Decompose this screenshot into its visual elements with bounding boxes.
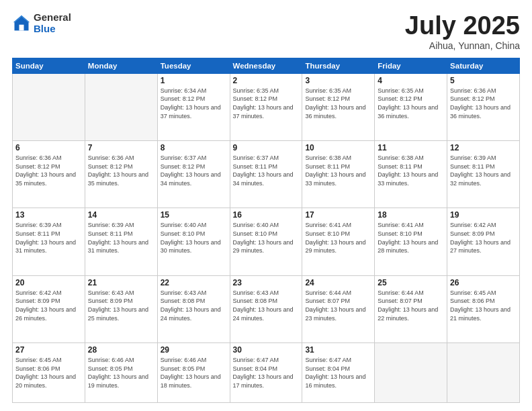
- day-detail: Sunrise: 6:47 AMSunset: 8:04 PMDaylight:…: [233, 356, 300, 390]
- day-detail: Sunrise: 6:35 AMSunset: 8:12 PMDaylight:…: [233, 87, 300, 120]
- day-detail: Sunrise: 6:43 AMSunset: 8:08 PMDaylight:…: [161, 289, 227, 322]
- day-number: 22: [161, 278, 227, 287]
- calendar-day-cell: 23Sunrise: 6:43 AMSunset: 8:08 PMDayligh…: [230, 275, 302, 342]
- day-number: 7: [88, 143, 154, 152]
- day-number: 29: [161, 345, 227, 355]
- title-block: July 2025 Aihua, Yunnan, China: [405, 12, 520, 51]
- calendar-day-cell: 20Sunrise: 6:42 AMSunset: 8:09 PMDayligh…: [13, 275, 85, 342]
- calendar-week-row: 27Sunrise: 6:45 AMSunset: 8:06 PMDayligh…: [13, 343, 520, 403]
- calendar-day-cell: 17Sunrise: 6:41 AMSunset: 8:10 PMDayligh…: [302, 208, 375, 275]
- day-detail: Sunrise: 6:35 AMSunset: 8:12 PMDaylight:…: [378, 87, 444, 120]
- svg-rect-2: [19, 24, 24, 30]
- calendar-week-row: 1Sunrise: 6:34 AMSunset: 8:12 PMDaylight…: [13, 73, 520, 140]
- calendar-day-cell: 27Sunrise: 6:45 AMSunset: 8:06 PMDayligh…: [13, 343, 85, 403]
- day-detail: Sunrise: 6:36 AMSunset: 8:12 PMDaylight:…: [15, 154, 82, 187]
- day-number: 31: [305, 345, 371, 355]
- calendar-day-cell: 5Sunrise: 6:36 AMSunset: 8:12 PMDaylight…: [447, 73, 520, 140]
- calendar-day-cell: 18Sunrise: 6:41 AMSunset: 8:10 PMDayligh…: [375, 208, 447, 275]
- calendar-day-cell: 28Sunrise: 6:46 AMSunset: 8:05 PMDayligh…: [85, 343, 157, 403]
- calendar-day-cell: 22Sunrise: 6:43 AMSunset: 8:08 PMDayligh…: [157, 275, 230, 342]
- weekday-header: Thursday: [302, 58, 375, 73]
- calendar-day-cell: [85, 73, 157, 140]
- day-number: 17: [305, 210, 371, 220]
- day-number: 24: [305, 278, 371, 287]
- day-number: 20: [15, 278, 82, 287]
- day-number: 16: [233, 210, 300, 220]
- day-detail: Sunrise: 6:39 AMSunset: 8:11 PMDaylight:…: [450, 154, 517, 187]
- day-number: 28: [88, 345, 154, 355]
- calendar-day-cell: 12Sunrise: 6:39 AMSunset: 8:11 PMDayligh…: [447, 141, 520, 208]
- day-detail: Sunrise: 6:40 AMSunset: 8:10 PMDaylight:…: [233, 221, 300, 255]
- day-detail: Sunrise: 6:46 AMSunset: 8:05 PMDaylight:…: [88, 356, 154, 390]
- day-number: 15: [161, 210, 227, 220]
- day-detail: Sunrise: 6:43 AMSunset: 8:09 PMDaylight:…: [88, 289, 154, 322]
- weekday-header: Friday: [375, 58, 447, 73]
- logo-icon: [12, 14, 31, 33]
- day-detail: Sunrise: 6:47 AMSunset: 8:04 PMDaylight:…: [305, 356, 371, 390]
- calendar-day-cell: [13, 73, 85, 140]
- calendar-week-row: 13Sunrise: 6:39 AMSunset: 8:11 PMDayligh…: [13, 208, 520, 275]
- day-number: 4: [378, 76, 444, 85]
- day-detail: Sunrise: 6:37 AMSunset: 8:12 PMDaylight:…: [161, 154, 227, 187]
- day-detail: Sunrise: 6:36 AMSunset: 8:12 PMDaylight:…: [88, 154, 154, 187]
- calendar-day-cell: 26Sunrise: 6:45 AMSunset: 8:06 PMDayligh…: [447, 275, 520, 342]
- day-detail: Sunrise: 6:36 AMSunset: 8:12 PMDaylight:…: [450, 87, 517, 120]
- calendar-day-cell: [447, 343, 520, 403]
- calendar-day-cell: 19Sunrise: 6:42 AMSunset: 8:09 PMDayligh…: [447, 208, 520, 275]
- page: General Blue July 2025 Aihua, Yunnan, Ch…: [0, 0, 532, 411]
- calendar-day-cell: 10Sunrise: 6:38 AMSunset: 8:11 PMDayligh…: [302, 141, 375, 208]
- day-number: 1: [161, 76, 227, 85]
- day-detail: Sunrise: 6:39 AMSunset: 8:11 PMDaylight:…: [15, 221, 82, 255]
- day-detail: Sunrise: 6:40 AMSunset: 8:10 PMDaylight:…: [161, 221, 227, 255]
- calendar-day-cell: 9Sunrise: 6:37 AMSunset: 8:11 PMDaylight…: [230, 141, 302, 208]
- calendar-day-cell: 2Sunrise: 6:35 AMSunset: 8:12 PMDaylight…: [230, 73, 302, 140]
- calendar-day-cell: 1Sunrise: 6:34 AMSunset: 8:12 PMDaylight…: [157, 73, 230, 140]
- calendar-day-cell: 21Sunrise: 6:43 AMSunset: 8:09 PMDayligh…: [85, 275, 157, 342]
- day-detail: Sunrise: 6:42 AMSunset: 8:09 PMDaylight:…: [15, 289, 82, 322]
- day-number: 11: [378, 143, 444, 152]
- day-number: 21: [88, 278, 154, 287]
- calendar-day-cell: 8Sunrise: 6:37 AMSunset: 8:12 PMDaylight…: [157, 141, 230, 208]
- weekday-header: Sunday: [13, 58, 85, 73]
- day-number: 25: [378, 278, 444, 287]
- day-number: 27: [15, 345, 82, 355]
- day-number: 10: [305, 143, 371, 152]
- day-detail: Sunrise: 6:43 AMSunset: 8:08 PMDaylight:…: [233, 289, 300, 322]
- day-detail: Sunrise: 6:41 AMSunset: 8:10 PMDaylight:…: [305, 221, 371, 255]
- day-detail: Sunrise: 6:46 AMSunset: 8:05 PMDaylight:…: [161, 356, 227, 390]
- day-detail: Sunrise: 6:44 AMSunset: 8:07 PMDaylight:…: [305, 289, 371, 322]
- calendar-day-cell: 15Sunrise: 6:40 AMSunset: 8:10 PMDayligh…: [157, 208, 230, 275]
- day-number: 2: [233, 76, 300, 85]
- day-detail: Sunrise: 6:42 AMSunset: 8:09 PMDaylight:…: [450, 221, 517, 255]
- day-detail: Sunrise: 6:39 AMSunset: 8:11 PMDaylight:…: [88, 221, 154, 255]
- day-number: 13: [15, 210, 82, 220]
- calendar-week-row: 6Sunrise: 6:36 AMSunset: 8:12 PMDaylight…: [13, 141, 520, 208]
- day-number: 3: [305, 76, 371, 85]
- calendar-day-cell: 31Sunrise: 6:47 AMSunset: 8:04 PMDayligh…: [302, 343, 375, 403]
- day-detail: Sunrise: 6:38 AMSunset: 8:11 PMDaylight:…: [305, 154, 371, 187]
- day-number: 12: [450, 143, 517, 152]
- calendar-day-cell: [375, 343, 447, 403]
- day-number: 23: [233, 278, 300, 287]
- day-detail: Sunrise: 6:34 AMSunset: 8:12 PMDaylight:…: [161, 87, 227, 120]
- day-number: 26: [450, 278, 517, 287]
- calendar-day-cell: 4Sunrise: 6:35 AMSunset: 8:12 PMDaylight…: [375, 73, 447, 140]
- calendar-week-row: 20Sunrise: 6:42 AMSunset: 8:09 PMDayligh…: [13, 275, 520, 342]
- logo-text: General Blue: [34, 12, 71, 34]
- day-detail: Sunrise: 6:38 AMSunset: 8:11 PMDaylight:…: [378, 154, 444, 187]
- logo-general: General: [34, 12, 71, 24]
- calendar-day-cell: 30Sunrise: 6:47 AMSunset: 8:04 PMDayligh…: [230, 343, 302, 403]
- day-detail: Sunrise: 6:41 AMSunset: 8:10 PMDaylight:…: [378, 221, 444, 255]
- day-number: 30: [233, 345, 300, 355]
- calendar-day-cell: 13Sunrise: 6:39 AMSunset: 8:11 PMDayligh…: [13, 208, 85, 275]
- weekday-header: Monday: [85, 58, 157, 73]
- day-number: 8: [161, 143, 227, 152]
- day-number: 18: [378, 210, 444, 220]
- day-detail: Sunrise: 6:44 AMSunset: 8:07 PMDaylight:…: [378, 289, 444, 322]
- calendar-day-cell: 29Sunrise: 6:46 AMSunset: 8:05 PMDayligh…: [157, 343, 230, 403]
- calendar-day-cell: 3Sunrise: 6:35 AMSunset: 8:12 PMDaylight…: [302, 73, 375, 140]
- day-detail: Sunrise: 6:45 AMSunset: 8:06 PMDaylight:…: [15, 356, 82, 390]
- calendar-day-cell: 7Sunrise: 6:36 AMSunset: 8:12 PMDaylight…: [85, 141, 157, 208]
- day-detail: Sunrise: 6:35 AMSunset: 8:12 PMDaylight:…: [305, 87, 371, 120]
- weekday-header: Saturday: [447, 58, 520, 73]
